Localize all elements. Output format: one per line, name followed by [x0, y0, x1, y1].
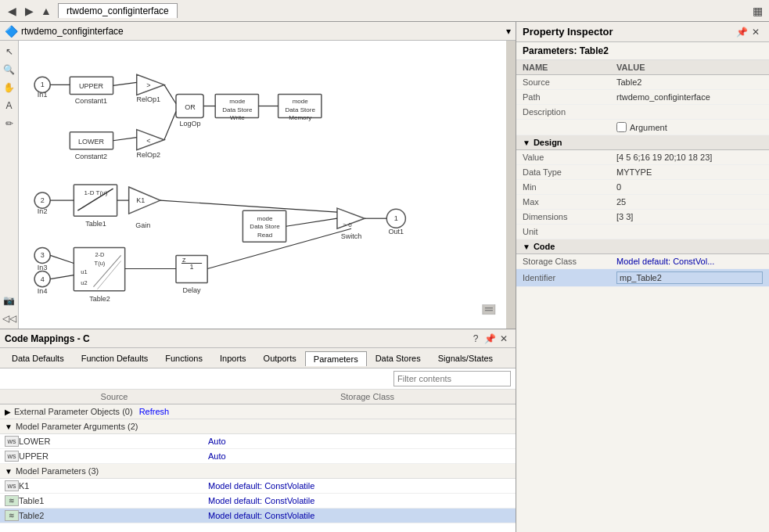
sidebar-pan-icon[interactable]: ✋ [2, 80, 17, 95]
refresh-link[interactable]: Refresh [139, 407, 170, 416]
icon-k1: ws [5, 480, 19, 491]
prop-label-description: Description [523, 107, 616, 117]
prop-table: NAME VALUE Source Table2 Path rtwdemo_co… [516, 60, 769, 532]
sidebar-text-icon[interactable]: A [2, 98, 17, 113]
main-layout: 🔷 rtwdemo_configinterface ▾ ↖ 🔍 ✋ A ✏ 📷 … [0, 22, 769, 532]
prop-value-max: 25 [616, 197, 763, 207]
filter-input[interactable] [393, 371, 511, 386]
code-mappings-panel: Code Mappings - C ? 📌 ✕ Data Defaults Fu… [0, 329, 516, 532]
tab-data-defaults[interactable]: Data Defaults [3, 350, 73, 365]
section-model-param-args: ▼ Model Parameter Arguments (2) [0, 419, 516, 434]
code-label: Code [534, 242, 555, 251]
icon-upper: ws [5, 451, 19, 462]
tab-function-defaults[interactable]: Function Defaults [73, 350, 157, 365]
sidebar-collapse-icon[interactable]: ◁◁ [2, 311, 17, 326]
svg-text:OR: OR [185, 103, 196, 111]
row-k1[interactable]: ws K1 Model default: ConstVolatile [0, 479, 516, 494]
tabs-row: Data Defaults Function Defaults Function… [0, 348, 516, 368]
prop-label-dimensions: Dimensions [523, 212, 616, 221]
svg-text:Read: Read [257, 232, 272, 239]
col-source-header: Source [5, 392, 224, 401]
prop-table-header: NAME VALUE [516, 60, 769, 75]
svg-line-68 [164, 84, 176, 103]
svg-text:mode: mode [293, 99, 309, 106]
prop-row-datatype: Data Type MYTYPE [516, 165, 769, 180]
svg-text:Memory: Memory [289, 114, 311, 121]
prop-row-dimensions: Dimensions [3 3] [516, 210, 769, 225]
sim-dropdown-icon[interactable]: ▾ [506, 26, 511, 37]
section-toggle-external[interactable]: ▶ [5, 408, 11, 416]
section-label-args: Model Parameter Arguments (2) [16, 422, 138, 431]
prop-section-design: ▼ Design [516, 135, 769, 150]
model-tab[interactable]: rtwdemo_configinterface [58, 3, 178, 18]
tab-data-stores[interactable]: Data Stores [367, 350, 429, 365]
svg-text:LogOp: LogOp [179, 120, 200, 128]
tab-inports[interactable]: Inports [211, 350, 255, 365]
argument-label: Argument [630, 123, 667, 132]
left-sidebar: ↖ 🔍 ✋ A ✏ 📷 ◁◁ [0, 41, 19, 329]
section-external-param-objects: ▶ External Parameter Objects (0) Refresh [0, 404, 516, 419]
prop-close-button[interactable]: ✕ [749, 25, 763, 39]
svg-text:> 0: > 0 [343, 221, 352, 228]
row-table1[interactable]: ≋ Table1 Model default: ConstVolatile [0, 494, 516, 509]
design-label: Design [534, 138, 562, 147]
code-mappings-header: Code Mappings - C ? 📌 ✕ [0, 329, 516, 348]
filter-row [0, 368, 516, 390]
code-toggle[interactable]: ▼ [523, 243, 530, 251]
prop-section-code: ▼ Code [516, 239, 769, 254]
svg-text:2-D: 2-D [95, 251, 105, 258]
svg-line-78 [50, 275, 74, 279]
icon-table2: ≋ [5, 510, 19, 521]
forward-button[interactable]: ▶ [20, 2, 38, 20]
svg-text:Data Store: Data Store [250, 223, 280, 230]
svg-line-77 [50, 255, 74, 263]
help-button[interactable]: ? [469, 332, 483, 346]
sidebar-pointer-icon[interactable]: ↖ [2, 44, 17, 59]
row-upper[interactable]: ws UPPER Auto [0, 449, 516, 464]
prop-label-value: Value [523, 153, 616, 162]
storage-table2: Model default: ConstVolatile [208, 511, 511, 520]
svg-text:1: 1 [394, 214, 398, 222]
pin-button[interactable]: 📌 [483, 332, 497, 346]
close-button[interactable]: ✕ [497, 332, 511, 346]
prop-row-min: Min 0 [516, 180, 769, 195]
tab-outports[interactable]: Outports [255, 350, 305, 365]
section-toggle-params[interactable]: ▼ [5, 467, 13, 476]
argument-checkbox[interactable] [616, 122, 627, 132]
up-button[interactable]: ▲ [38, 2, 55, 20]
sidebar-camera-icon[interactable]: 📷 [2, 293, 17, 308]
svg-text:UPPER: UPPER [79, 82, 104, 90]
svg-text:mode: mode [229, 99, 246, 106]
col-storage-header: Storage Class [224, 392, 511, 401]
svg-text:Data Store: Data Store [222, 106, 253, 113]
svg-line-75 [286, 218, 337, 226]
prop-label-min: Min [523, 182, 616, 192]
tab-parameters[interactable]: Parameters [305, 351, 367, 366]
prop-value-dimensions: [3 3] [616, 212, 763, 221]
tab-functions[interactable]: Functions [156, 350, 211, 365]
svg-text:In2: In2 [38, 207, 48, 215]
row-table2[interactable]: ≋ Table2 Model default: ConstVolatile [0, 509, 516, 523]
svg-text:RelOp1: RelOp1 [136, 95, 160, 103]
prop-subtitle: Parameters: Table2 [516, 42, 769, 60]
back-button[interactable]: ◀ [3, 2, 20, 20]
sidebar-draw-icon[interactable]: ✏ [2, 116, 17, 131]
name-table1: Table1 [19, 496, 208, 505]
icon-table1: ≋ [5, 495, 19, 506]
sidebar-zoom-icon[interactable]: 🔍 [2, 62, 17, 77]
prop-value-identifier[interactable]: mp_Table2 [616, 271, 763, 284]
name-k1: K1 [19, 481, 208, 491]
storage-upper: Auto [208, 451, 511, 461]
simulink-panel: 🔷 rtwdemo_configinterface ▾ ↖ 🔍 ✋ A ✏ 📷 … [0, 22, 516, 532]
section-toggle-args[interactable]: ▼ [5, 422, 13, 431]
prop-row-source: Source Table2 [516, 75, 769, 90]
svg-text:mode: mode [257, 215, 273, 222]
tab-signals-states[interactable]: Signals/States [429, 350, 501, 365]
grid-button[interactable]: ▦ [749, 2, 766, 20]
diagram-scrollbar[interactable] [506, 41, 516, 329]
row-lower[interactable]: ws LOWER Auto [0, 434, 516, 449]
prop-pin-button[interactable]: 📌 [735, 25, 749, 39]
prop-label-unit: Unit [523, 227, 616, 236]
design-toggle[interactable]: ▼ [523, 138, 530, 147]
svg-text:LOWER: LOWER [78, 138, 105, 146]
